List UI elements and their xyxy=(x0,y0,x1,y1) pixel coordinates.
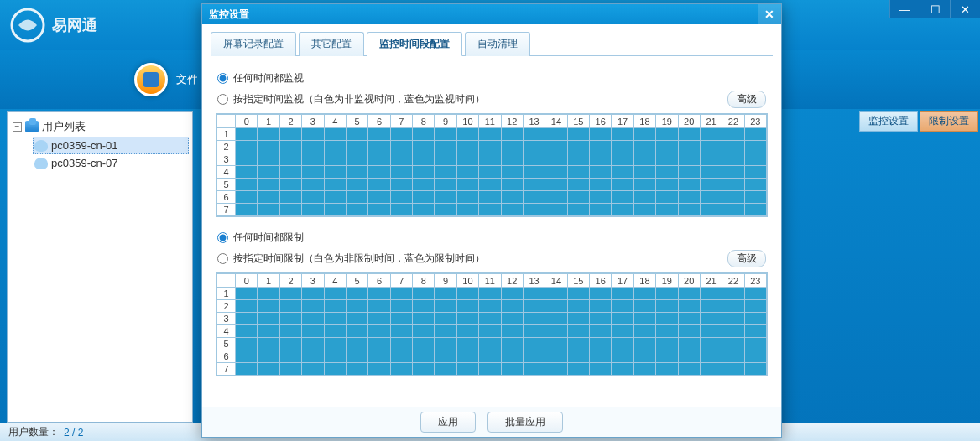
radio-spec-monitor[interactable] xyxy=(217,94,228,105)
schedule-cell[interactable] xyxy=(390,166,412,179)
schedule-cell[interactable] xyxy=(435,325,456,338)
schedule-cell[interactable] xyxy=(523,300,545,313)
schedule-cell[interactable] xyxy=(346,141,368,153)
schedule-cell[interactable] xyxy=(633,350,655,363)
schedule-cell[interactable] xyxy=(346,313,368,325)
schedule-cell[interactable] xyxy=(324,300,346,313)
schedule-cell[interactable] xyxy=(435,363,456,376)
schedule-cell[interactable] xyxy=(368,313,390,325)
schedule-cell[interactable] xyxy=(413,166,435,179)
schedule-cell[interactable] xyxy=(346,128,368,141)
schedule-cell[interactable] xyxy=(324,153,346,166)
schedule-cell[interactable] xyxy=(324,363,346,376)
schedule-cell[interactable] xyxy=(236,153,258,166)
schedule-cell[interactable] xyxy=(258,338,279,350)
schedule-cell[interactable] xyxy=(700,179,722,191)
schedule-cell[interactable] xyxy=(302,313,324,325)
option-spec-limit[interactable]: 按指定时间限制（白色为非限制时间，蓝色为限制时间） 高级 xyxy=(217,250,766,267)
schedule-cell[interactable] xyxy=(435,141,456,153)
schedule-cell[interactable] xyxy=(590,141,612,153)
schedule-cell[interactable] xyxy=(390,204,412,216)
schedule-cell[interactable] xyxy=(236,313,258,325)
schedule-cell[interactable] xyxy=(567,153,589,166)
schedule-cell[interactable] xyxy=(700,350,722,363)
schedule-cell[interactable] xyxy=(413,288,435,300)
schedule-cell[interactable] xyxy=(258,350,279,363)
schedule-cell[interactable] xyxy=(633,153,655,166)
schedule-cell[interactable] xyxy=(545,300,567,313)
schedule-cell[interactable] xyxy=(567,338,589,350)
dialog-close-button[interactable]: ✕ xyxy=(758,4,781,24)
schedule-cell[interactable] xyxy=(744,288,766,300)
schedule-cell[interactable] xyxy=(656,204,678,216)
schedule-cell[interactable] xyxy=(700,363,722,376)
schedule-cell[interactable] xyxy=(722,153,744,166)
schedule-cell[interactable] xyxy=(567,300,589,313)
schedule-cell[interactable] xyxy=(722,325,744,338)
schedule-cell[interactable] xyxy=(545,166,567,179)
schedule-cell[interactable] xyxy=(413,179,435,191)
schedule-cell[interactable] xyxy=(633,166,655,179)
schedule-cell[interactable] xyxy=(279,350,301,363)
advanced-button[interactable]: 高级 xyxy=(727,91,766,108)
radio-spec-limit[interactable] xyxy=(217,253,228,264)
schedule-cell[interactable] xyxy=(501,325,523,338)
schedule-cell[interactable] xyxy=(744,191,766,204)
schedule-cell[interactable] xyxy=(368,363,390,376)
schedule-cell[interactable] xyxy=(567,363,589,376)
schedule-cell[interactable] xyxy=(523,204,545,216)
schedule-cell[interactable] xyxy=(545,128,567,141)
schedule-cell[interactable] xyxy=(456,179,478,191)
schedule-cell[interactable] xyxy=(744,363,766,376)
schedule-cell[interactable] xyxy=(324,166,346,179)
schedule-cell[interactable] xyxy=(722,166,744,179)
schedule-cell[interactable] xyxy=(413,363,435,376)
schedule-cell[interactable] xyxy=(346,338,368,350)
schedule-cell[interactable] xyxy=(612,350,633,363)
schedule-cell[interactable] xyxy=(390,191,412,204)
schedule-cell[interactable] xyxy=(346,288,368,300)
schedule-cell[interactable] xyxy=(590,191,612,204)
schedule-cell[interactable] xyxy=(456,166,478,179)
advanced-button[interactable]: 高级 xyxy=(727,250,766,267)
schedule-cell[interactable] xyxy=(678,166,700,179)
schedule-cell[interactable] xyxy=(501,153,523,166)
schedule-cell[interactable] xyxy=(523,166,545,179)
schedule-cell[interactable] xyxy=(479,141,501,153)
schedule-cell[interactable] xyxy=(435,313,456,325)
schedule-cell[interactable] xyxy=(656,338,678,350)
schedule-cell[interactable] xyxy=(302,141,324,153)
schedule-cell[interactable] xyxy=(656,153,678,166)
schedule-cell[interactable] xyxy=(656,191,678,204)
schedule-cell[interactable] xyxy=(479,338,501,350)
schedule-cell[interactable] xyxy=(302,166,324,179)
schedule-cell[interactable] xyxy=(279,204,301,216)
schedule-cell[interactable] xyxy=(346,153,368,166)
schedule-cell[interactable] xyxy=(722,338,744,350)
schedule-cell[interactable] xyxy=(722,350,744,363)
schedule-cell[interactable] xyxy=(413,350,435,363)
schedule-cell[interactable] xyxy=(545,313,567,325)
schedule-cell[interactable] xyxy=(722,204,744,216)
schedule-cell[interactable] xyxy=(435,179,456,191)
schedule-cell[interactable] xyxy=(523,313,545,325)
schedule-cell[interactable] xyxy=(368,191,390,204)
schedule-cell[interactable] xyxy=(501,363,523,376)
schedule-cell[interactable] xyxy=(744,128,766,141)
schedule-cell[interactable] xyxy=(545,363,567,376)
schedule-cell[interactable] xyxy=(279,128,301,141)
schedule-cell[interactable] xyxy=(501,350,523,363)
schedule-cell[interactable] xyxy=(744,141,766,153)
schedule-cell[interactable] xyxy=(258,153,279,166)
schedule-cell[interactable] xyxy=(678,191,700,204)
radio-any-limit[interactable] xyxy=(217,232,228,243)
schedule-cell[interactable] xyxy=(567,128,589,141)
schedule-cell[interactable] xyxy=(236,128,258,141)
schedule-cell[interactable] xyxy=(302,191,324,204)
schedule-cell[interactable] xyxy=(545,179,567,191)
schedule-cell[interactable] xyxy=(346,179,368,191)
schedule-cell[interactable] xyxy=(678,141,700,153)
schedule-cell[interactable] xyxy=(390,363,412,376)
schedule-cell[interactable] xyxy=(567,204,589,216)
schedule-cell[interactable] xyxy=(612,288,633,300)
